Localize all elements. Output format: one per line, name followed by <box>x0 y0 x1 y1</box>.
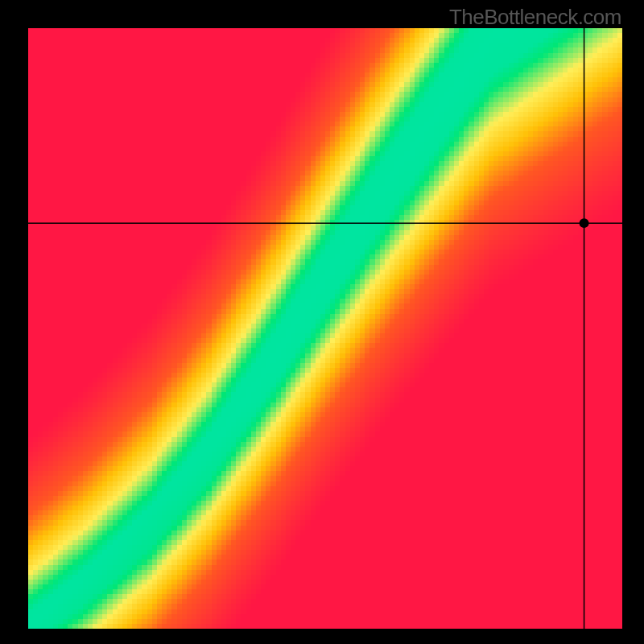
heatmap-plot <box>28 28 622 629</box>
watermark-text: TheBottleneck.com <box>449 5 621 30</box>
heatmap-canvas <box>28 28 622 629</box>
